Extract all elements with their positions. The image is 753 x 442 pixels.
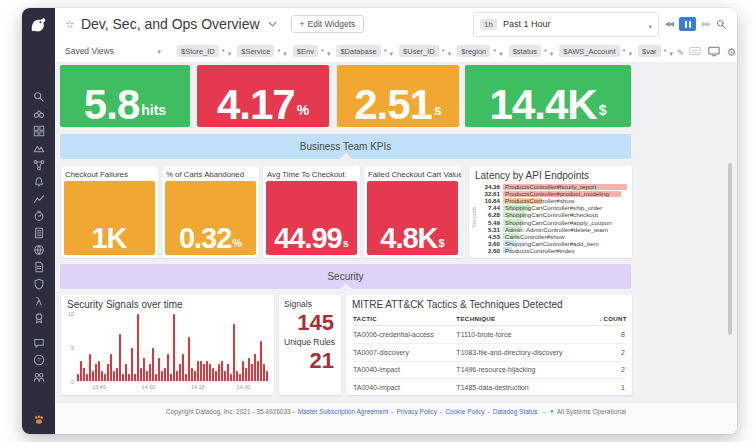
zoom-search-icon[interactable] — [716, 19, 727, 30]
status-dot-icon: ● — [550, 408, 554, 414]
network-map-icon[interactable] — [33, 159, 45, 171]
col-header-tactic[interactable]: TACTIC — [353, 315, 456, 322]
kpi-tile-revenue: 14.4K$ — [465, 65, 631, 127]
table-row[interactable]: TA0007-discovery T1083-file-and-director… — [353, 344, 625, 362]
signal-bar — [200, 361, 202, 381]
latency-row[interactable]: 10.84ProductsController#show — [478, 197, 627, 204]
keyboard-shortcuts-icon[interactable] — [689, 46, 701, 56]
time-backward-button[interactable]: ◀◀ — [665, 20, 673, 28]
signal-bar — [146, 371, 148, 381]
time-range-select[interactable]: 1h Past 1 Hour — [473, 12, 659, 37]
monitors-icon[interactable] — [33, 176, 45, 188]
tv-mode-icon[interactable] — [708, 46, 720, 57]
chat-icon[interactable] — [33, 337, 45, 349]
time-forward-button[interactable]: ▶▶ — [702, 20, 710, 28]
signal-bar — [143, 358, 145, 381]
metrics-icon[interactable] — [33, 193, 45, 205]
tv-store-id[interactable]: $Store_ID* — [177, 42, 231, 60]
signal-bar — [149, 364, 151, 381]
tv-service[interactable]: $Service* — [237, 42, 287, 60]
signal-bar — [251, 364, 253, 381]
signal-bar — [155, 374, 157, 381]
latency-row[interactable]: 3.60ShoppingCartController#add_item — [478, 240, 627, 247]
signal-bar — [212, 368, 214, 381]
watchdog-icon[interactable] — [33, 108, 45, 120]
tv-region[interactable]: $region* — [457, 42, 502, 60]
chevron-down-icon — [499, 42, 503, 60]
widget-carts-abandoned: % of Carts Abandoned 0.32% — [162, 166, 259, 258]
kpi-tile-hits: 5.8hits — [60, 65, 190, 127]
infrastructure-icon[interactable] — [33, 142, 45, 154]
signal-bar — [158, 358, 160, 381]
latency-row[interactable]: 2.60ProductsController#index — [478, 247, 627, 254]
page-footer: Copyright Datadog, Inc. 2021 - 35.492603… — [55, 402, 737, 434]
signal-bar — [95, 364, 97, 381]
compliance-icon[interactable] — [33, 312, 45, 324]
pause-button[interactable] — [679, 17, 696, 31]
vertical-scrollbar[interactable] — [728, 163, 732, 335]
security-icon[interactable] — [33, 278, 45, 290]
tv-aws-account[interactable]: $AWS_Account* — [559, 42, 632, 60]
latency-row[interactable]: 32.61ProductsController#product_modeling — [478, 190, 627, 197]
signal-bar — [152, 348, 154, 382]
page-title: Dev, Sec, and Ops Overview — [81, 16, 260, 32]
latency-row[interactable]: 34.36ProductsController#hourly_report — [478, 183, 627, 190]
dashboards-icon[interactable] — [33, 125, 45, 137]
table-row[interactable]: TA0006-credential-access T1110-brute-for… — [353, 326, 625, 344]
gear-icon[interactable] — [727, 42, 737, 60]
chevron-down-icon — [283, 42, 287, 60]
chevron-down-icon — [629, 42, 633, 60]
signals-count: 145 — [284, 311, 336, 334]
title-chevron-down-icon[interactable] — [268, 21, 277, 27]
tv-var[interactable]: $var* — [638, 42, 673, 60]
tv-status[interactable]: $status* — [509, 42, 554, 60]
datadog-paw-icon[interactable] — [33, 414, 45, 426]
synthetics-icon[interactable] — [33, 244, 45, 256]
signal-bar — [173, 314, 175, 381]
link-master-subscription-agreement[interactable]: Master Subscription Agreement — [298, 408, 389, 415]
saved-views-dropdown[interactable]: Saved Views — [65, 46, 161, 56]
latency-row[interactable]: 5.31Admin::AdminController#delete_team — [478, 226, 627, 233]
tv-user-id[interactable]: $User_ID* — [399, 42, 451, 60]
tv-database[interactable]: $Database* — [336, 42, 393, 60]
tv-env[interactable]: $Env* — [293, 42, 331, 60]
datadog-logo-icon[interactable] — [29, 15, 49, 35]
table-row[interactable]: TA0040-impact T1485-data-destruction 1 — [353, 379, 625, 397]
signal-bar — [248, 358, 250, 381]
signal-bars — [77, 314, 267, 382]
chevron-down-icon — [228, 42, 232, 60]
logs-icon[interactable] — [33, 261, 45, 273]
col-header-count[interactable]: ↓COUNT — [599, 315, 625, 322]
section-banner-business[interactable]: Business Team KPIs — [60, 134, 631, 159]
section-banner-security[interactable]: Security — [60, 264, 631, 289]
table-row[interactable]: TA0040-impact T1496-resource-hijacking 2 — [353, 362, 625, 380]
arrow-icon: → — [541, 408, 548, 415]
kpi-tile-error-rate: 4.17% — [197, 65, 329, 127]
signal-bar — [191, 368, 193, 381]
status-text: All Systems Operational — [557, 408, 626, 415]
col-header-technique[interactable]: TECHNIQUE — [456, 315, 599, 322]
favorite-star-icon[interactable]: ☆ — [65, 18, 75, 31]
chevron-down-icon — [448, 42, 452, 60]
serverless-icon[interactable] — [33, 295, 45, 307]
edit-variables-pencil-icon[interactable] — [677, 42, 685, 60]
search-icon[interactable] — [33, 91, 45, 103]
left-nav: ? — [22, 8, 55, 434]
link-privacy-policy[interactable]: Privacy Policy — [397, 408, 437, 415]
latency-row[interactable]: 4.53CartsController#show — [478, 233, 627, 240]
svg-text:?: ? — [37, 357, 41, 363]
latency-row[interactable]: 5.49ShoppingCartController#apply_coupon — [478, 218, 627, 225]
apm-icon[interactable] — [33, 210, 45, 222]
signal-bar — [218, 364, 220, 381]
link-cookie-policy[interactable]: Cookie Policy — [445, 408, 484, 415]
notebooks-icon[interactable] — [33, 227, 45, 239]
link-datadog-status[interactable]: Datadog Status — [493, 408, 538, 415]
edit-widgets-button[interactable]: + Edit Widgets — [291, 15, 365, 33]
help-icon[interactable]: ? — [33, 354, 45, 366]
latency-row[interactable]: 7.44ShoppingCartController#ship_order — [478, 204, 627, 211]
unique-rules-count: 21 — [284, 349, 336, 372]
signal-bar — [206, 361, 208, 381]
signal-bar — [239, 374, 241, 381]
team-icon[interactable] — [33, 371, 45, 383]
latency-row[interactable]: 6.28ShoppingCartController#checkout — [478, 211, 627, 218]
